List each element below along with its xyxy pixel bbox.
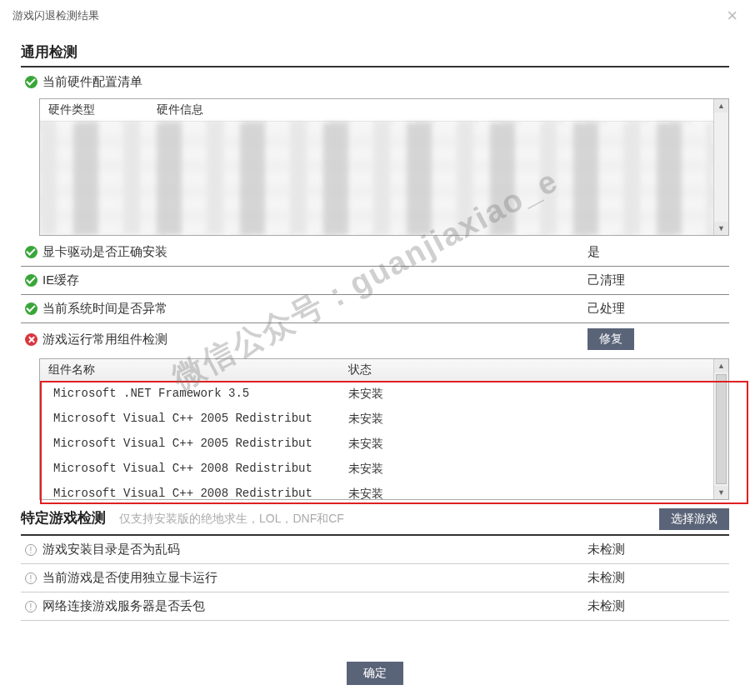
section-specific-note: 仅支持安装版的绝地求生，LOL，DNF和CF (119, 512, 344, 527)
scroll-down-icon[interactable]: ▼ (714, 486, 728, 499)
row-components: 游戏运行常用组件检测 修复 (21, 323, 729, 355)
component-name: Microsoft Visual C++ 2008 Redistribut (53, 487, 348, 499)
info-icon (25, 572, 37, 584)
component-name: Microsoft Visual C++ 2005 Redistribut (53, 412, 348, 427)
scrollbar[interactable]: ▲ ▼ (713, 359, 728, 499)
table-row: Microsoft Visual C++ 2008 Redistribut未安装 (40, 457, 713, 482)
table-row: Microsoft Visual C++ 2005 Redistribut未安装 (40, 432, 713, 457)
ie-label: IE缓存 (41, 272, 588, 288)
scroll-thumb[interactable] (716, 374, 727, 484)
components-label: 游戏运行常用组件检测 (41, 332, 588, 348)
systime-label: 当前系统时间是否异常 (41, 301, 588, 317)
row-systime: 当前系统时间是否异常 己处理 (21, 295, 729, 323)
check-ok-icon (25, 302, 38, 315)
ok-button[interactable]: 确定 (347, 662, 403, 685)
components-table-body: Microsoft .NET Framework 3.5未安装Microsoft… (40, 382, 713, 499)
installdir-label: 游戏安装目录是否为乱码 (41, 542, 588, 558)
dgpu-status: 未检测 (588, 570, 729, 586)
component-status: 未安装 (348, 487, 705, 499)
gpu-status: 是 (588, 244, 729, 260)
component-status: 未安装 (348, 462, 705, 477)
row-hardware: 当前硬件配置清单 (21, 68, 729, 96)
check-ok-icon (25, 76, 38, 88)
row-packetloss: 网络连接游戏服务器是否丢包 未检测 (21, 592, 729, 621)
component-status: 未安装 (348, 387, 705, 402)
section-specific: 特定游戏检测 仅支持安装版的绝地求生，LOL，DNF和CF 选择游戏 (21, 505, 729, 536)
comp-header-status: 状态 (348, 362, 705, 378)
hw-header-type: 硬件类型 (48, 102, 157, 118)
gpu-label: 显卡驱动是否正确安装 (41, 244, 588, 260)
hardware-table-body-blurred (40, 122, 713, 235)
component-status: 未安装 (348, 437, 705, 452)
component-name: Microsoft Visual C++ 2008 Redistribut (53, 462, 348, 477)
table-row: Microsoft Visual C++ 2005 Redistribut未安装 (40, 407, 713, 432)
check-error-icon (25, 333, 38, 346)
close-icon[interactable]: × (727, 7, 738, 25)
hw-header-info: 硬件信息 (157, 102, 203, 118)
window-title: 游戏闪退检测结果 (12, 8, 99, 23)
repair-button[interactable]: 修复 (588, 328, 634, 350)
titlebar: 游戏闪退检测结果 × (0, 0, 750, 32)
components-panel: 组件名称 状态 Microsoft .NET Framework 3.5未安装M… (39, 358, 729, 500)
components-table-header: 组件名称 状态 (40, 359, 713, 382)
component-name: Microsoft .NET Framework 3.5 (53, 387, 348, 402)
row-dgpu: 当前游戏是否使用独立显卡运行 未检测 (21, 564, 729, 592)
table-row: Microsoft .NET Framework 3.5未安装 (40, 382, 713, 407)
ie-status: 己清理 (588, 272, 729, 288)
scroll-down-icon[interactable]: ▼ (714, 222, 728, 235)
scroll-up-icon[interactable]: ▲ (714, 99, 728, 112)
component-name: Microsoft Visual C++ 2005 Redistribut (53, 437, 348, 452)
hardware-table-header: 硬件类型 硬件信息 (40, 99, 713, 122)
scrollbar[interactable]: ▲ ▼ (713, 99, 728, 235)
info-icon (25, 544, 37, 556)
component-status: 未安装 (348, 412, 705, 427)
comp-header-name: 组件名称 (48, 362, 348, 378)
check-ok-icon (25, 274, 38, 287)
select-game-button[interactable]: 选择游戏 (659, 508, 729, 530)
row-gpu-driver: 显卡驱动是否正确安装 是 (21, 238, 729, 267)
dgpu-label: 当前游戏是否使用独立显卡运行 (41, 570, 588, 586)
footer: 确定 (0, 662, 750, 685)
row-ie-cache: IE缓存 己清理 (21, 267, 729, 295)
scroll-up-icon[interactable]: ▲ (714, 359, 728, 372)
check-ok-icon (25, 246, 38, 258)
packetloss-label: 网络连接游戏服务器是否丢包 (41, 598, 588, 614)
section-general-title: 通用检测 (21, 39, 729, 68)
row-installdir: 游戏安装目录是否为乱码 未检测 (21, 536, 729, 564)
packetloss-status: 未检测 (588, 598, 729, 614)
hardware-panel: 硬件类型 硬件信息 ▲ ▼ (39, 98, 729, 236)
section-specific-title: 特定游戏检测 (21, 508, 106, 528)
systime-status: 己处理 (588, 301, 729, 317)
table-row: Microsoft Visual C++ 2008 Redistribut未安装 (40, 482, 713, 499)
info-icon (25, 601, 37, 612)
hardware-label: 当前硬件配置清单 (41, 74, 729, 90)
installdir-status: 未检测 (588, 542, 729, 558)
